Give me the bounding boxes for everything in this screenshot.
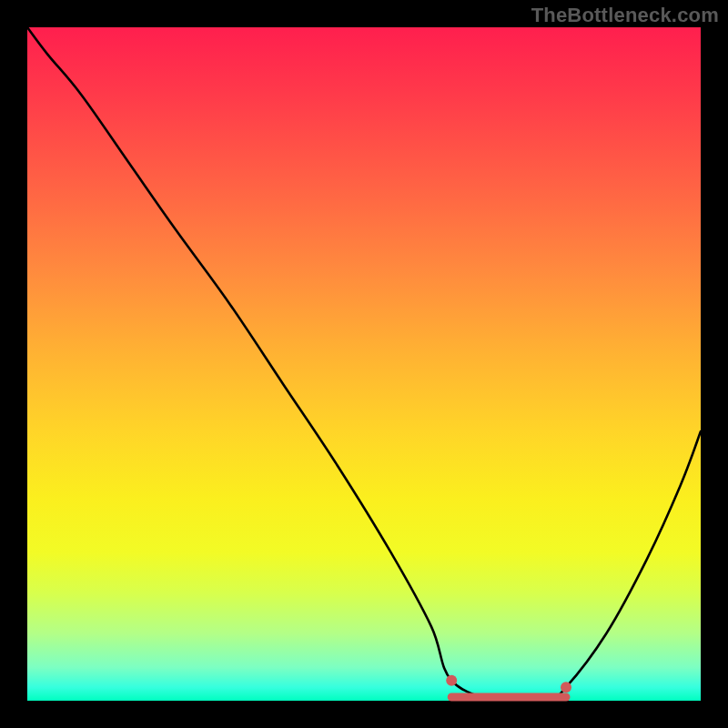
- bottleneck-curve: [27, 27, 701, 703]
- watermark-text: TheBottleneck.com: [531, 4, 719, 27]
- curve-layer: [27, 27, 701, 701]
- flat-segment-dot-right: [561, 682, 571, 693]
- chart-frame: TheBottleneck.com: [0, 0, 728, 728]
- flat-segment-dot-left: [446, 675, 457, 686]
